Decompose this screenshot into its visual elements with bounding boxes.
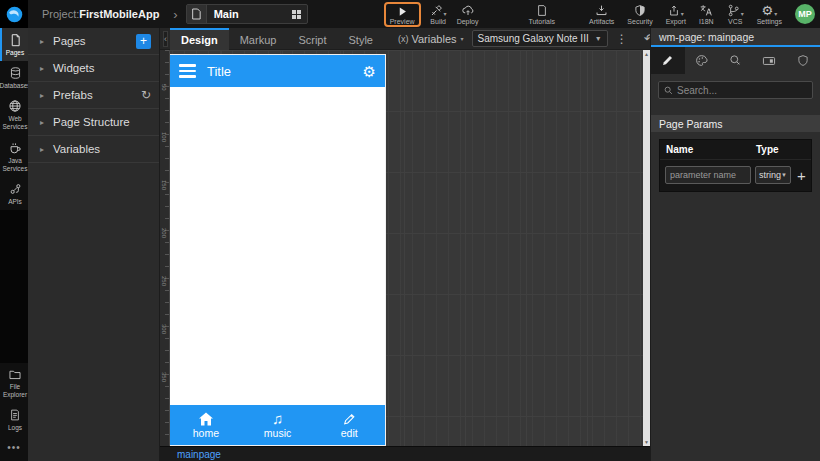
- column-header-name: Name: [660, 140, 750, 159]
- canvas-toolbar: ‹ Design Markup Script Style (x) Variabl…: [160, 28, 650, 50]
- device-select[interactable]: Samsung Galaxy Note III ▼: [472, 30, 608, 47]
- wavemaker-studio: Project:FirstMobileApp › Main Preview ▾ …: [0, 0, 820, 461]
- rail-item-pages[interactable]: Pages: [0, 28, 28, 61]
- translate-icon: [699, 4, 713, 17]
- panel-section-pages[interactable]: ▸ Pages +: [28, 28, 159, 55]
- tab-properties[interactable]: [651, 47, 685, 74]
- param-name-input[interactable]: [665, 166, 751, 184]
- scroll-up-icon[interactable]: ▲: [644, 50, 649, 58]
- tab-styles[interactable]: [685, 47, 719, 74]
- phone-bottom-nav: home ♫ music edit: [170, 405, 385, 445]
- i18n-button[interactable]: I18N: [696, 3, 717, 26]
- canvas-vertical-scrollbar[interactable]: ▲ ▼: [643, 50, 650, 446]
- rail-spacer: [0, 210, 28, 363]
- tab-markup[interactable]: Markup: [229, 28, 288, 50]
- caret-right-icon: ▸: [40, 91, 44, 100]
- top-bar: Project:FirstMobileApp › Main Preview ▾ …: [0, 0, 820, 28]
- ruler-mark: 100: [161, 132, 167, 142]
- column-header-type: Type: [750, 140, 811, 159]
- tab-search-widget[interactable]: [719, 47, 753, 74]
- design-canvas[interactable]: 50 100 150 200 250 300 350 Title ⚙: [160, 50, 650, 446]
- scroll-down-icon[interactable]: ▼: [644, 438, 649, 446]
- rail-item-databases[interactable]: Databases: [0, 61, 28, 94]
- table-row: string ▼ +: [660, 160, 811, 191]
- panel-section-page-structure[interactable]: ▸ Page Structure: [28, 109, 159, 136]
- collapse-left-panel-icon[interactable]: ‹: [163, 31, 168, 47]
- open-page-tab[interactable]: mainpage: [177, 449, 221, 460]
- rail-label: Web Services: [2, 115, 28, 131]
- vcs-button[interactable]: ▾ VCS: [724, 3, 747, 26]
- rail-label: Databases: [0, 82, 31, 90]
- nav-item-edit[interactable]: edit: [313, 405, 385, 445]
- rail-item-java-services[interactable]: Java Services: [0, 136, 28, 177]
- chevron-down-icon: ▾: [681, 10, 684, 17]
- settings-button[interactable]: ⚙ ▾ Settings: [754, 3, 785, 26]
- globe-icon: [8, 99, 22, 113]
- variables-dropdown[interactable]: (x) Variables ▾: [398, 33, 464, 45]
- topbar-right-actions: Artifacts Security ▾ Export I18N: [586, 3, 815, 26]
- properties-search-box[interactable]: [658, 81, 813, 99]
- panel-section-prefabs[interactable]: ▸ Prefabs ↻: [28, 82, 159, 109]
- preview-button[interactable]: Preview: [384, 2, 421, 27]
- pages-grid-icon: [292, 10, 301, 19]
- build-button[interactable]: ▾ Build: [427, 3, 450, 26]
- main-area: Pages Databases Web Services Java Servic…: [0, 28, 820, 461]
- phone-page-content[interactable]: [170, 87, 385, 405]
- more-options-icon[interactable]: •••: [0, 436, 28, 461]
- tab-design[interactable]: Design: [170, 28, 229, 50]
- phone-preview[interactable]: Title ⚙ home ♫ music: [170, 55, 385, 445]
- caret-right-icon: ▸: [40, 37, 44, 46]
- properties-panel-tabs: [651, 47, 820, 74]
- tab-device[interactable]: [752, 47, 786, 74]
- phone-header-bar[interactable]: Title ⚙: [170, 55, 385, 87]
- page-selector-button[interactable]: Main: [186, 4, 308, 24]
- panel-section-variables[interactable]: ▸ Variables: [28, 136, 159, 163]
- refresh-icon[interactable]: ↻: [141, 88, 151, 102]
- tutorials-label: Tutorials: [528, 18, 555, 25]
- export-button[interactable]: ▾ Export: [663, 3, 689, 26]
- search-input[interactable]: [677, 85, 807, 96]
- nav-item-home[interactable]: home: [170, 405, 242, 445]
- rail-item-logs[interactable]: Logs: [0, 403, 28, 436]
- rail-item-file-explorer[interactable]: File Explorer: [0, 363, 28, 403]
- security-button[interactable]: Security: [624, 3, 655, 26]
- magnifier-x-icon: [729, 54, 742, 67]
- tab-style[interactable]: Style: [338, 28, 384, 50]
- section-label: Prefabs: [53, 89, 93, 101]
- hamburger-menu-icon[interactable]: [179, 64, 196, 78]
- device-select-value: Samsung Galaxy Note III: [478, 33, 589, 44]
- search-icon: [664, 86, 673, 95]
- tab-security-widget[interactable]: [786, 47, 820, 74]
- nav-item-music[interactable]: ♫ music: [242, 405, 314, 445]
- page-params-table: Name Type string ▼ +: [659, 139, 812, 192]
- security-label: Security: [627, 18, 652, 25]
- export-icon: [668, 4, 680, 17]
- nav-label: music: [264, 427, 291, 439]
- artifacts-button[interactable]: Artifacts: [586, 3, 617, 26]
- export-label: Export: [666, 18, 686, 25]
- chevron-down-icon: ▾: [461, 35, 464, 42]
- coffee-icon: [8, 141, 22, 155]
- deploy-button[interactable]: Deploy: [454, 3, 482, 26]
- vcs-label: VCS: [728, 18, 742, 25]
- build-label: Build: [430, 18, 446, 25]
- properties-panel-header: wm-page: mainpage: [651, 28, 820, 47]
- page-doc-icon: [187, 5, 207, 23]
- section-label: Widgets: [53, 62, 95, 74]
- panel-section-widgets[interactable]: ▸ Widgets: [28, 55, 159, 82]
- rail-item-web-services[interactable]: Web Services: [0, 94, 28, 135]
- rail-label: Logs: [8, 424, 22, 432]
- user-avatar[interactable]: MP: [795, 4, 815, 24]
- app-logo[interactable]: [0, 0, 28, 28]
- gear-icon[interactable]: ⚙: [363, 64, 376, 79]
- param-type-select[interactable]: string ▼: [755, 166, 791, 184]
- more-vertical-icon[interactable]: ⋮: [616, 32, 628, 46]
- edit-pencil-icon: [342, 412, 357, 426]
- left-rail: Pages Databases Web Services Java Servic…: [0, 28, 28, 461]
- add-param-button[interactable]: +: [795, 168, 808, 183]
- rail-item-apis[interactable]: APIs: [0, 177, 28, 210]
- add-page-button[interactable]: +: [136, 34, 151, 49]
- tab-script[interactable]: Script: [287, 28, 337, 50]
- rail-label: Pages: [6, 49, 24, 57]
- tutorials-button[interactable]: Tutorials: [525, 3, 558, 26]
